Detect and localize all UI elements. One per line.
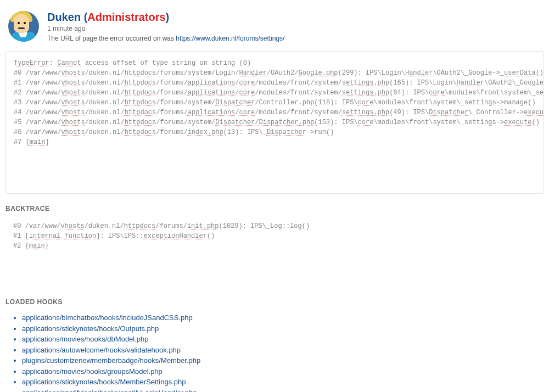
backtrace-title: BACKTRACE [5, 205, 544, 212]
avatar[interactable] [8, 11, 39, 42]
hook-item[interactable]: applications/bimchatbox/hooks/includeJSa… [22, 312, 544, 323]
hook-item[interactable]: applications/movies/hooks/groupsModel.ph… [22, 366, 544, 377]
url-line: The URL of page the error occurred on wa… [47, 35, 544, 42]
url-prefix: The URL of page the error occurred on wa… [47, 35, 176, 42]
hook-item[interactable]: applications/autowelcome/hooks/validateh… [22, 345, 544, 356]
hooks-title: LOADED HOOKS [5, 298, 544, 306]
timestamp: 1 minute ago [47, 25, 544, 32]
post-header: Duken (Administrators) 1 minute ago The … [5, 5, 544, 48]
hook-item[interactable]: applications/spotifylogin/hooks/spotifyL… [22, 388, 544, 393]
hook-item[interactable]: applications/stickynotes/hooks/Outputs.p… [22, 323, 544, 334]
author-line: Duken (Administrators) [47, 11, 544, 24]
error-url-link[interactable]: https://www.duken.nl/forums/settings/ [176, 35, 284, 42]
backtrace-content: #0 /var/www/vhosts/duken.nl/httpdocs/for… [5, 216, 544, 293]
error-traceback: TypeError: Cannot access offset of type … [5, 51, 544, 194]
hooks-list: applications/bimchatbox/hooks/includeJSa… [5, 309, 544, 392]
hook-item[interactable]: plugins/customizenewmemberbadge/hooks/Me… [22, 355, 544, 366]
hook-item[interactable]: applications/stickynotes/hooks/MemberSet… [22, 377, 544, 388]
author-link[interactable]: Duken [47, 11, 81, 23]
hook-item[interactable]: applications/movies/hooks/dbModel.php [22, 334, 544, 345]
group-badge: Administrators [87, 11, 165, 23]
